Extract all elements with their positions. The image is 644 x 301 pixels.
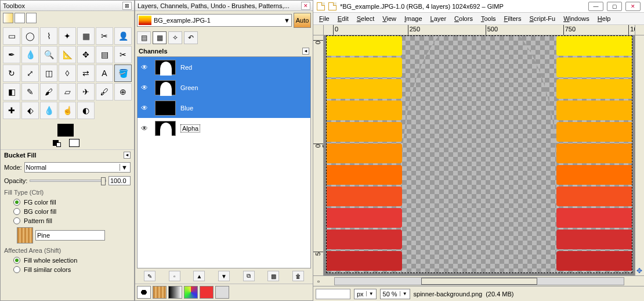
misc-tab-icon[interactable] (215, 286, 229, 299)
dropdown-icon[interactable]: ▼ (120, 164, 129, 171)
navigate-icon[interactable]: ✥ (635, 266, 644, 275)
close-button[interactable]: ✕ (625, 2, 641, 11)
visibility-icon[interactable]: 👁 (141, 63, 150, 71)
text-tool[interactable]: A (96, 64, 113, 82)
scale-tool[interactable]: ⤢ (21, 64, 39, 82)
delete-channel-icon[interactable]: 🗑 (292, 271, 304, 281)
rect-select-tool[interactable]: ▭ (3, 27, 20, 45)
menu-colors[interactable]: Colors (451, 14, 476, 23)
image-select[interactable]: BG_example.JPG-1 ▼ (137, 14, 292, 27)
mode-select[interactable]: Normal ▼ (24, 162, 131, 173)
channel-row-alpha[interactable]: 👁Alpha (138, 118, 310, 138)
ellipse-select-tool[interactable]: ◯ (21, 27, 39, 45)
fuzzy-select-tool[interactable]: ✦ (59, 27, 76, 45)
raise-channel-icon[interactable]: ▲ (193, 271, 205, 281)
fg-bg-swatch[interactable] (53, 124, 82, 147)
pattern-fill-radio[interactable] (13, 217, 20, 224)
by-color-select-tool[interactable]: ▦ (77, 27, 95, 45)
horizontal-scrollbar[interactable]: ▫ (313, 275, 644, 286)
bucket-fill-tool[interactable]: 🪣 (114, 64, 132, 82)
menu-tools[interactable]: Tools (477, 14, 500, 23)
channel-row-blue[interactable]: 👁Blue (138, 98, 310, 118)
menu-help[interactable]: Help (594, 14, 614, 23)
default-colors-icon[interactable] (56, 142, 61, 147)
tab-layers-icon[interactable]: ▤ (137, 31, 151, 44)
ruler-vertical[interactable]: 02505 (313, 35, 324, 275)
pattern-select[interactable]: Pine (35, 230, 105, 241)
minimize-button[interactable]: — (588, 2, 603, 11)
heal-tool[interactable]: ✚ (3, 102, 20, 119)
vertical-scrollbar[interactable]: ✥ (635, 35, 644, 275)
panel-menu-icon[interactable]: ◂ (302, 48, 309, 55)
menu-view[interactable]: View (379, 14, 400, 23)
align-tool[interactable]: ▤ (96, 46, 113, 63)
dropdown-icon[interactable]: ▼ (284, 17, 290, 24)
ruler-horizontal[interactable]: 025050075010 (324, 25, 635, 35)
visibility-icon[interactable]: 👁 (141, 124, 150, 132)
gradients-tab-icon[interactable] (168, 286, 182, 299)
shear-tool[interactable]: ◫ (40, 64, 57, 82)
menu-filters[interactable]: Filters (501, 14, 525, 23)
fill-similar-radio[interactable] (13, 266, 20, 273)
pencil-tool[interactable]: ✎ (21, 83, 39, 101)
fg-color[interactable] (57, 124, 74, 137)
channel-row-green[interactable]: 👁Green (138, 77, 310, 98)
crop-tool[interactable]: ✂ (114, 46, 132, 63)
menu-windows[interactable]: Windows (560, 14, 593, 23)
menu-file[interactable]: File (316, 14, 333, 23)
scissors-tool[interactable]: ✂ (96, 27, 113, 45)
quickmask-icon[interactable]: ▫ (313, 278, 324, 285)
bg-color[interactable] (69, 139, 79, 147)
airbrush-tool[interactable]: ✈ (77, 83, 95, 101)
patterns-tab-icon[interactable] (153, 286, 167, 299)
foreground-select-tool[interactable]: 👤 (114, 27, 132, 45)
channels-close-icon[interactable]: ✕ (301, 2, 310, 10)
smudge-tool[interactable]: ☝ (59, 102, 76, 119)
fg-fill-radio[interactable] (13, 199, 20, 206)
edit-channel-icon[interactable]: ✎ (144, 271, 155, 281)
brushes-tab-icon[interactable] (137, 286, 151, 299)
canvas[interactable] (324, 35, 635, 275)
menu-edit[interactable]: Edit (334, 14, 352, 23)
visibility-icon[interactable]: 👁 (141, 84, 150, 92)
clone-tool[interactable]: ⊕ (114, 83, 132, 101)
auto-button[interactable]: Auto (294, 13, 311, 28)
dodge-tool[interactable]: ◐ (77, 102, 95, 119)
blend-tool[interactable]: ◧ (3, 83, 20, 101)
tab-channels-icon[interactable]: ▦ (153, 31, 167, 44)
zoom-select[interactable]: 50 %▼ (380, 289, 410, 299)
new-channel-icon[interactable]: ▫ (169, 271, 180, 281)
menu-script-fu[interactable]: Script-Fu (526, 14, 559, 23)
fonts-tab-icon[interactable] (200, 286, 214, 299)
flip-tool[interactable]: ⇄ (77, 64, 95, 82)
perspective-tool[interactable]: ◊ (59, 64, 76, 82)
visibility-icon[interactable]: 👁 (141, 104, 150, 112)
to-selection-icon[interactable]: ▩ (267, 271, 279, 281)
fill-whole-radio[interactable] (13, 257, 20, 264)
units-select[interactable]: px▼ (354, 289, 377, 299)
collapse-icon[interactable]: ◂ (124, 152, 131, 159)
tab-paths-icon[interactable]: ✧ (168, 31, 182, 44)
duplicate-channel-icon[interactable]: ⧉ (243, 271, 255, 281)
tab-undo-icon[interactable]: ↶ (184, 31, 198, 44)
free-select-tool[interactable]: ⌇ (40, 27, 57, 45)
bg-fill-radio[interactable] (13, 208, 20, 215)
zoom-tool[interactable]: 🔍 (40, 46, 57, 63)
blur-tool[interactable]: 💧 (40, 102, 57, 119)
canvas-content[interactable] (326, 35, 632, 273)
rotate-tool[interactable]: ↻ (3, 64, 20, 82)
menu-select[interactable]: Select (353, 14, 378, 23)
eraser-tool[interactable]: ▱ (59, 83, 76, 101)
color-picker-tool[interactable]: 💧 (21, 46, 39, 63)
measure-tool[interactable]: 📐 (59, 46, 76, 63)
palettes-tab-icon[interactable] (184, 286, 198, 299)
maximize-button[interactable]: ▢ (607, 2, 622, 11)
ruler-corner[interactable] (313, 25, 324, 35)
opacity-slider[interactable] (30, 180, 106, 182)
pattern-preview[interactable] (17, 227, 33, 243)
move-tool[interactable]: ✥ (77, 46, 95, 63)
perspective-clone-tool[interactable]: ⬖ (21, 102, 39, 119)
menu-layer[interactable]: Layer (427, 14, 450, 23)
opacity-input[interactable] (108, 176, 131, 185)
paintbrush-tool[interactable]: 🖌 (40, 83, 57, 101)
